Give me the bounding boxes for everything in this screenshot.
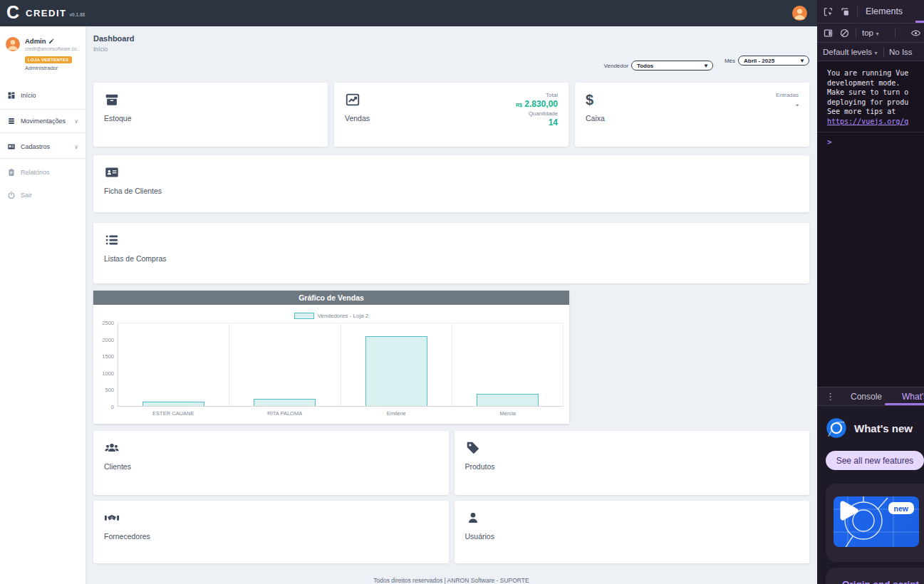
vendedor-select[interactable]: Todos ▼ [631,61,713,71]
divider [856,28,856,38]
sidebar-item-label: Relatórios [21,169,50,176]
chart-y-axis: 2500 2000 1500 1000 500 0 [99,323,118,407]
chart-x-axis: ESTER CAUANE RITA PALOMA Emilene Mércia [118,410,564,417]
drawer-tab-bar: ⋮ Console What's N [817,387,924,406]
devtools-panel: Elements top▼ Default levels▼ No Iss You… [817,0,924,584]
vuejs-link[interactable]: https://vuejs.org/g [827,117,924,127]
feature-video-card[interactable]: new [826,484,924,562]
card-label: Clientes [104,462,438,471]
stats-cards-row: Estoque Vendas Total R$ 2.830,00 Quantid… [93,83,809,147]
store-badge[interactable]: LOJA VERTENTES [25,56,72,63]
sidebar-item-relatorios[interactable]: Relatórios [0,161,85,184]
mes-label: Mês [725,58,735,64]
app-logo: C [0,2,26,24]
console-output: You are running Vue development mode. Ma… [817,62,924,387]
user-info: Admin credit@anronsoftware.co... LOJA VE… [25,37,80,71]
sidebar-item-label: Início [21,92,36,99]
context-selector[interactable]: top▼ [862,28,880,37]
drawer-tab-console[interactable]: Console [842,392,891,402]
sidebar-item-sair[interactable]: Sair [0,184,85,207]
person-icon [6,37,20,51]
breadcrumb: Início [93,46,809,53]
divider [883,47,884,57]
dock-side-icon[interactable] [823,28,834,38]
sidebar-item-label: Sair [21,192,32,199]
chart-legend[interactable]: Vendedores - Loja 2 [99,313,564,319]
main-content: Dashboard Início Vendedor Todos ▼ Mês Ab… [85,26,817,584]
chart-plot: 2500 2000 1500 1000 500 0 [99,323,564,407]
drawer-tab-whats-new[interactable]: What's N [893,392,924,402]
chromium-logo-icon [826,417,847,439]
brand-name: CREDIT [26,8,66,19]
quantidade-label: Quantidade [516,110,558,117]
whats-new-header: What's new [826,417,924,439]
box-icon [104,92,120,108]
new-badge: new [888,502,914,514]
tab-elements[interactable]: Elements [864,6,904,16]
dollar-icon: $ [586,92,593,108]
tag-icon [465,440,481,456]
chart-bar [477,394,539,406]
edit-pencil-icon[interactable] [48,38,54,44]
page-title: Dashboard [93,34,809,43]
see-all-features-button[interactable]: See all new features [826,451,924,470]
more-options-icon[interactable]: ⋮ [821,391,839,402]
chart-title: Gráfico de Vendas [93,291,569,305]
user-role: Administrador [25,65,80,71]
card-label: Estoque [104,114,132,122]
play-icon[interactable] [834,496,862,525]
console-filter-bar: Default levels▼ No Iss [817,43,924,61]
card-ficha-de-clientes[interactable]: Ficha de Clientes [93,155,809,212]
clipboard-icon [7,168,16,177]
id-card-icon [104,165,120,180]
console-line: See more tips at [827,107,924,117]
sales-chart-card: Gráfico de Vendas Vendedores - Loja 2 25… [93,291,569,424]
entradas-value: - [776,100,799,108]
user-block: Admin credit@anronsoftware.co... LOJA VE… [0,26,85,77]
vendedor-label: Vendedor [604,63,628,69]
device-toolbar-icon[interactable] [840,6,851,17]
footer-text: Todos direitos reservados | ANRON Softwa… [93,577,809,584]
feature-link-card[interactable]: Origin and script [826,568,924,584]
devtools-drawer: ⋮ Console What's N What's new See all ne… [817,387,924,584]
total-value: R$ 2.830,00 [516,99,558,109]
card-produtos[interactable]: Produtos [455,431,810,495]
card-label: Fornecedores [104,532,438,541]
card-fornecedores[interactable]: Fornecedores [93,501,449,563]
grid-icon [7,91,16,100]
video-thumbnail[interactable]: new [834,496,919,547]
issues-counter[interactable]: No Iss [889,48,913,56]
card-caixa[interactable]: $ Caixa Entradas - [575,83,809,147]
address-card-icon [7,142,16,151]
live-expression-eye-icon[interactable] [910,28,921,38]
user-name: Admin [25,37,80,45]
inspect-element-icon[interactable] [823,6,834,17]
sidebar-item-movimentacoes[interactable]: Movimentações ∨ [0,109,85,133]
divider [895,28,896,38]
chart-bar [365,336,427,406]
sidebar-item-cadastros[interactable]: Cadastros ∨ [0,135,85,159]
sidebar-item-inicio[interactable]: Início [0,84,85,107]
mes-selected-value: Abril - 2025 [744,58,774,64]
card-estoque[interactable]: Estoque [93,83,328,147]
default-levels-dropdown[interactable]: Default levels▼ [823,48,878,56]
console-prompt[interactable]: > [827,132,924,147]
y-tick: 0 [111,404,114,410]
card-clientes[interactable]: Clientes [93,431,449,495]
origin-and-script-link[interactable]: Origin and script [842,579,919,584]
card-usuarios[interactable]: Usuários [455,501,810,563]
clear-console-icon[interactable] [839,28,850,38]
mes-filter: Mês Abril - 2025 ▼ [725,56,809,66]
devtools-tab-bar: Elements [817,0,924,24]
mes-select[interactable]: Abril - 2025 ▼ [738,56,809,66]
active-tab-indicator [915,21,924,23]
total-amount: 2.830,00 [524,99,558,109]
sidebar-avatar[interactable] [6,37,20,51]
sidebar-menu: Início Movimentações ∨ Cadastros ∨ Relat… [0,84,85,207]
navbar-avatar[interactable] [792,6,807,21]
card-listas-de-compras[interactable]: Listas de Compras [93,223,809,283]
user-email: credit@anronsoftware.co... [25,46,80,51]
card-vendas[interactable]: Vendas Total R$ 2.830,00 Quantidade 14 [334,83,569,147]
card-label: Ficha de Clientes [104,187,799,195]
legend-label: Vendedores - Loja 2 [318,313,369,319]
